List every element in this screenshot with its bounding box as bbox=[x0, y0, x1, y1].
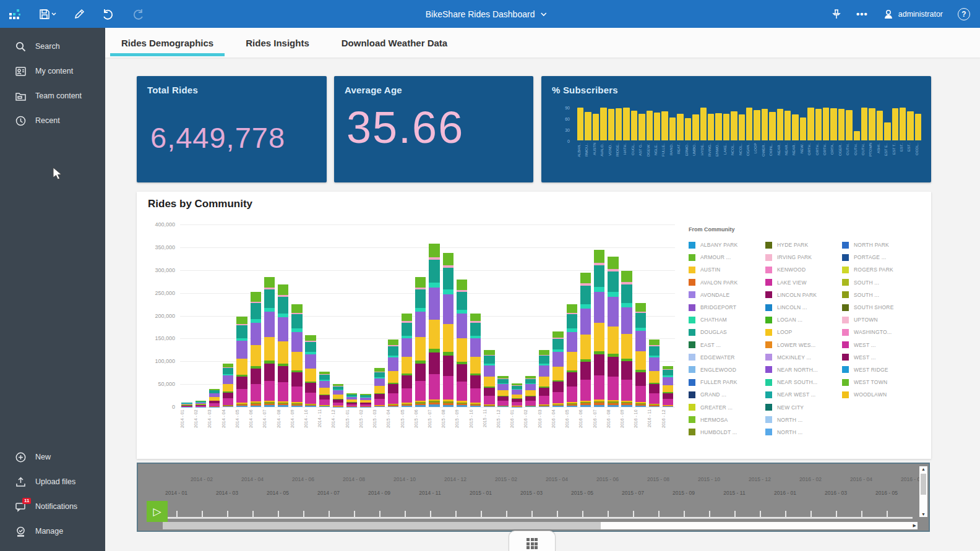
subscribers-bar[interactable] bbox=[731, 111, 737, 140]
legend-item[interactable]: WEST TOWN bbox=[842, 376, 918, 388]
community-stacked-bar[interactable] bbox=[484, 350, 494, 407]
subscribers-bar[interactable] bbox=[631, 111, 637, 140]
community-stacked-bar[interactable] bbox=[539, 350, 549, 407]
subscribers-bar[interactable] bbox=[861, 108, 867, 140]
subscribers-bar[interactable] bbox=[838, 109, 845, 140]
dashboard-title[interactable]: BikeShare Rides Dashboard bbox=[426, 9, 548, 19]
subscribers-bar[interactable] bbox=[647, 111, 653, 140]
data-tray-toggle[interactable] bbox=[509, 531, 556, 551]
community-stacked-bar[interactable] bbox=[497, 376, 508, 407]
legend-item[interactable]: AVALON PARK bbox=[689, 276, 764, 289]
legend-item[interactable]: NEAR NORTH... bbox=[765, 364, 841, 376]
legend-item[interactable]: LOOP bbox=[765, 326, 841, 338]
legend-item[interactable]: LAKE VIEW bbox=[765, 276, 841, 289]
subscribers-bar[interactable] bbox=[830, 108, 836, 140]
timeline-vertical-scrollbar[interactable]: ▲ ▼ bbox=[919, 466, 927, 517]
subscribers-card[interactable]: % Subscribers 9060300 ALBAN..RMOU..AUSTN… bbox=[541, 76, 931, 182]
community-stacked-bar[interactable] bbox=[457, 280, 467, 408]
tab-rides-demographics[interactable]: Rides Demographics bbox=[119, 28, 216, 58]
subscribers-bar[interactable] bbox=[585, 112, 591, 140]
community-stacked-bar[interactable] bbox=[209, 389, 220, 408]
sidebar-item-notifications[interactable]: 11 Notifications bbox=[0, 494, 105, 519]
subscribers-bar[interactable] bbox=[661, 111, 668, 140]
subscribers-bar[interactable] bbox=[708, 114, 714, 140]
subscribers-bar[interactable] bbox=[877, 111, 883, 140]
community-stacked-bar[interactable] bbox=[223, 364, 233, 407]
tab-rides-insights[interactable]: Rides Insights bbox=[243, 28, 312, 58]
legend-item[interactable]: DOUGLAS bbox=[689, 326, 764, 338]
subscribers-bar[interactable] bbox=[892, 108, 898, 140]
sidebar-item-new[interactable]: New bbox=[0, 445, 105, 469]
community-stacked-bar[interactable] bbox=[291, 304, 302, 407]
legend-item[interactable]: GRAND ... bbox=[689, 388, 764, 401]
legend-item[interactable]: NEW CITY bbox=[765, 401, 841, 413]
community-stacked-bar[interactable] bbox=[512, 383, 522, 407]
community-stacked-bar[interactable] bbox=[181, 403, 192, 407]
subscribers-bar[interactable] bbox=[739, 114, 745, 140]
subscribers-bar[interactable] bbox=[884, 122, 890, 140]
community-stacked-bar[interactable] bbox=[594, 250, 604, 407]
subscribers-bar[interactable] bbox=[685, 118, 691, 140]
timeline-hscroll-right-arrow[interactable]: ▶ bbox=[913, 523, 916, 528]
legend-item[interactable]: SOUTH ... bbox=[842, 289, 918, 301]
average-age-card[interactable]: Average Age 35.66 bbox=[334, 76, 533, 182]
legend-item[interactable]: WOODLAWN bbox=[842, 388, 918, 401]
subscribers-bar[interactable] bbox=[854, 131, 860, 140]
subscribers-bar[interactable] bbox=[823, 108, 829, 140]
sidebar-item-upload-files[interactable]: Upload files bbox=[0, 469, 105, 494]
timeline-vscroll-thumb[interactable] bbox=[921, 474, 926, 495]
sidebar-item-team-content[interactable]: Team content bbox=[0, 83, 105, 108]
community-stacked-bar[interactable] bbox=[278, 284, 288, 407]
legend-item[interactable]: BRIDGEPORT bbox=[689, 301, 764, 314]
community-stacked-bar[interactable] bbox=[415, 277, 426, 407]
legend-item[interactable]: WEST ... bbox=[842, 339, 918, 351]
help-icon[interactable]: ? bbox=[958, 8, 970, 20]
subscribers-bar[interactable] bbox=[616, 108, 622, 140]
legend-item[interactable]: EDGEWATER bbox=[689, 351, 764, 364]
legend-item[interactable]: NORTH PARK bbox=[842, 239, 918, 251]
legend-item[interactable]: IRVING PARK bbox=[765, 251, 841, 263]
legend-item[interactable]: WEST RIDGE bbox=[842, 364, 918, 376]
legend-item[interactable]: LOGAN ... bbox=[765, 314, 841, 326]
subscribers-bar[interactable] bbox=[577, 108, 583, 140]
sidebar-item-search[interactable]: Search bbox=[0, 34, 105, 59]
legend-item[interactable]: CHATHAM bbox=[689, 314, 764, 326]
subscribers-bar[interactable] bbox=[792, 114, 798, 140]
legend-item[interactable]: UPTOWN bbox=[842, 314, 918, 326]
subscribers-bar[interactable] bbox=[669, 117, 676, 140]
legend-item[interactable]: HYDE PARK bbox=[765, 239, 841, 251]
pin-icon[interactable] bbox=[832, 9, 841, 20]
legend-item[interactable]: NORTH ... bbox=[765, 414, 841, 426]
subscribers-bar[interactable] bbox=[746, 108, 752, 140]
subscribers-bar[interactable] bbox=[654, 113, 660, 140]
community-stacked-bar[interactable] bbox=[346, 393, 357, 407]
legend-item[interactable]: ENGLEWOOD bbox=[689, 364, 764, 376]
subscribers-bar[interactable] bbox=[600, 108, 606, 140]
subscribers-bar[interactable] bbox=[723, 114, 729, 140]
community-stacked-bar[interactable] bbox=[236, 317, 247, 407]
subscribers-bar[interactable] bbox=[907, 111, 913, 140]
legend-item[interactable]: MCKINLEY ... bbox=[765, 351, 841, 364]
sidebar-item-recent[interactable]: Recent bbox=[0, 108, 105, 133]
subscribers-bar[interactable] bbox=[869, 108, 875, 140]
community-stacked-bar[interactable] bbox=[402, 314, 412, 407]
legend-item[interactable]: LOWER WES... bbox=[765, 339, 841, 351]
subscribers-bar[interactable] bbox=[754, 110, 760, 140]
legend-item[interactable]: AVONDALE bbox=[689, 289, 764, 301]
community-stacked-bar[interactable] bbox=[319, 371, 330, 407]
community-stacked-bar[interactable] bbox=[649, 340, 660, 407]
community-stacked-bar[interactable] bbox=[525, 376, 536, 407]
legend-item[interactable]: ARMOUR ... bbox=[689, 251, 764, 263]
legend-item[interactable]: NORTH ... bbox=[765, 426, 841, 438]
subscribers-bar[interactable] bbox=[677, 114, 683, 140]
save-button[interactable] bbox=[38, 8, 57, 20]
community-stacked-bar[interactable] bbox=[305, 335, 316, 407]
user-menu[interactable]: administrator bbox=[883, 9, 943, 20]
cognos-logo-icon[interactable] bbox=[9, 7, 22, 21]
community-stacked-bar[interactable] bbox=[470, 314, 481, 407]
timeline-vscroll-up-arrow[interactable]: ▲ bbox=[919, 467, 927, 471]
community-stacked-bar[interactable] bbox=[374, 368, 385, 407]
subscribers-bar[interactable] bbox=[769, 112, 775, 140]
community-stacked-bar[interactable] bbox=[621, 271, 632, 407]
subscribers-bar[interactable] bbox=[623, 108, 629, 140]
